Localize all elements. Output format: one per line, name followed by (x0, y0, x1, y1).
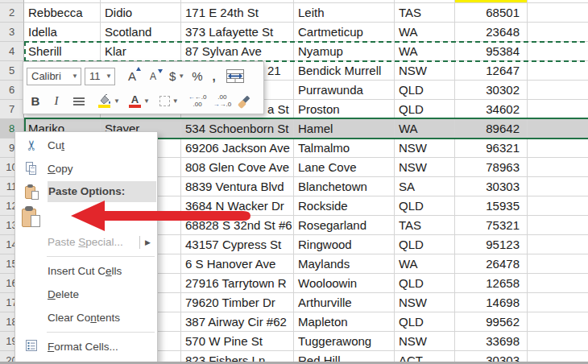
cell-postal-9[interactable]: 96321 (455, 139, 528, 158)
cell-city-9[interactable]: Talmalmo (294, 139, 395, 158)
cell-city-6[interactable]: Purrawunda (294, 81, 395, 100)
cell-city-4[interactable]: Nyamup (294, 42, 395, 61)
cell-address-14[interactable]: 43157 Cypress St (181, 235, 294, 254)
menu-item-delete[interactable]: Delete (15, 283, 157, 306)
chevron-down-icon[interactable]: ▼ (103, 72, 114, 80)
cell-state-3[interactable]: WA (395, 23, 455, 42)
bold-button[interactable]: B (30, 94, 41, 108)
cell-last-4[interactable]: Klar (101, 42, 181, 61)
cell-city-12[interactable]: Rockside (294, 196, 395, 216)
row-header-3[interactable]: 3 (0, 23, 24, 42)
cell-postal-18[interactable]: 99562 (455, 312, 528, 332)
cell-city-17[interactable]: Arthurville (294, 293, 395, 312)
cell-postal-4[interactable]: 95384 (455, 42, 528, 61)
cell-blank-10[interactable] (528, 158, 588, 177)
cell-postal-6[interactable]: 30302 (455, 81, 528, 100)
borders-button[interactable] (159, 96, 170, 106)
menu-item-clear-contents[interactable]: Clear Contents (15, 306, 157, 329)
cell-address-3[interactable]: 373 Lafayette St (181, 23, 294, 42)
cell-address-8[interactable]: 534 Schoenborn St (181, 119, 294, 139)
cell-state-11[interactable]: SA (395, 177, 455, 196)
cell-postal-7[interactable]: 34602 (455, 100, 528, 119)
chevron-down-icon[interactable]: ▼ (176, 72, 187, 80)
cell-first-3[interactable]: Idella (24, 23, 101, 42)
cell-state-17[interactable]: NSW (395, 293, 455, 312)
cell-blank-14[interactable] (528, 235, 588, 254)
cell-state-2[interactable]: TAS (395, 3, 455, 23)
chevron-down-icon[interactable]: ▼ (141, 97, 152, 105)
cell-blank-12[interactable] (528, 196, 588, 216)
cell-address-11[interactable]: 8839 Ventura Blvd (181, 177, 294, 196)
cell-city-16[interactable]: Wooloowin (294, 274, 395, 293)
cell-state-19[interactable]: NSW (395, 332, 455, 351)
cell-first-4[interactable]: Sherill (24, 42, 101, 61)
cell-city-19[interactable]: Tuggerawong (294, 332, 395, 351)
accounting-format-button[interactable]: $ ▼ (169, 69, 187, 83)
italic-button[interactable]: I (52, 94, 61, 108)
cell-blank-3[interactable] (528, 23, 588, 42)
chevron-down-icon[interactable]: ▼ (111, 97, 122, 105)
cell-city-15[interactable]: Maylands (294, 254, 395, 274)
cell-blank-7[interactable] (528, 100, 588, 119)
cell-postal-5[interactable]: 12647 (455, 61, 528, 81)
cell-state-9[interactable]: NSW (395, 139, 455, 158)
row-header-6[interactable]: 6 (0, 81, 24, 100)
cell-city-3[interactable]: Cartmeticup (294, 23, 395, 42)
menu-item-copy[interactable]: Copy (15, 157, 157, 180)
cell-postal-10[interactable]: 78963 (455, 158, 528, 177)
cell-address-17[interactable]: 79620 Timber Dr (181, 293, 294, 312)
cell-state-4[interactable]: WA (395, 42, 455, 61)
cell-state-8[interactable]: WA (395, 119, 455, 139)
cell-state-15[interactable]: WA (395, 254, 455, 274)
cell-blank-19[interactable] (528, 332, 588, 351)
cell-state-14[interactable]: QLD (395, 235, 455, 254)
cell-last-3[interactable]: Scotland (101, 23, 181, 42)
cell-blank-16[interactable] (528, 274, 588, 293)
menu-item-cut[interactable]: ✂Cut (15, 134, 157, 157)
cell-state-6[interactable]: QLD (395, 81, 455, 100)
cell-city-13[interactable]: Rosegarland (294, 216, 395, 235)
cell-blank-13[interactable] (528, 216, 588, 235)
cell-state-5[interactable]: NSW (395, 61, 455, 81)
decrease-decimal-button[interactable]: .00 →→.0 (213, 94, 231, 108)
cell-postal-11[interactable]: 30303 (455, 177, 528, 196)
increase-font-size-button[interactable]: A (126, 69, 139, 83)
cell-city-7[interactable]: Proston (294, 100, 395, 119)
cell-address-10[interactable]: 808 Glen Cove Ave (181, 158, 294, 177)
cell-city-5[interactable]: Bendick Murrell (294, 61, 395, 81)
cell-blank-5[interactable] (528, 61, 588, 81)
cell-blank-17[interactable] (528, 293, 588, 312)
cell-last-2[interactable]: Didio (101, 3, 181, 23)
cell-blank-6[interactable] (528, 81, 588, 100)
font-name-combobox[interactable]: Calibri ▼ (27, 68, 81, 85)
font-color-button[interactable]: A (129, 95, 141, 108)
cell-state-16[interactable]: QLD (395, 274, 455, 293)
cell-address-16[interactable]: 27916 Tarrytown R (181, 274, 294, 293)
chevron-down-icon[interactable]: ▼ (170, 97, 181, 105)
row-header-5[interactable]: 5 (0, 61, 24, 81)
cell-address-19[interactable]: 570 W Pine St (181, 332, 294, 351)
cell-state-10[interactable]: NSW (395, 158, 455, 177)
cell-city-2[interactable]: Leith (294, 3, 395, 23)
cell-address-12[interactable]: 3684 N Wacker Dr (181, 196, 294, 216)
cell-blank-18[interactable] (528, 312, 588, 332)
cell-blank-2[interactable] (528, 3, 588, 23)
cell-blank-8[interactable] (528, 119, 588, 139)
cell-postal-19[interactable]: 33698 (455, 332, 528, 351)
row-header-4[interactable]: 4 (0, 42, 24, 61)
format-painter-button[interactable] (238, 94, 252, 109)
row-header-7[interactable]: 7 (0, 100, 24, 119)
cell-blank-11[interactable] (528, 177, 588, 196)
cell-address-18[interactable]: 387 Airway Cir #62 (181, 312, 294, 332)
cell-postal-2[interactable]: 68501 (455, 3, 528, 23)
cell-state-7[interactable]: QLD (395, 100, 455, 119)
cell-postal-17[interactable]: 14698 (455, 293, 528, 312)
center-align-button[interactable] (72, 97, 85, 106)
increase-decimal-button[interactable]: ←←.0 .00 (188, 94, 207, 108)
cell-city-14[interactable]: Ringwood (294, 235, 395, 254)
cell-address-13[interactable]: 68828 S 32nd St #6 (181, 216, 294, 235)
menu-item-format-cells[interactable]: Format Cells... (15, 335, 157, 358)
cell-postal-13[interactable]: 75321 (455, 216, 528, 235)
menu-item-insert-cut-cells[interactable]: Insert Cut Cells (15, 259, 157, 283)
cell-first-2[interactable]: Rebbecca (24, 3, 101, 23)
